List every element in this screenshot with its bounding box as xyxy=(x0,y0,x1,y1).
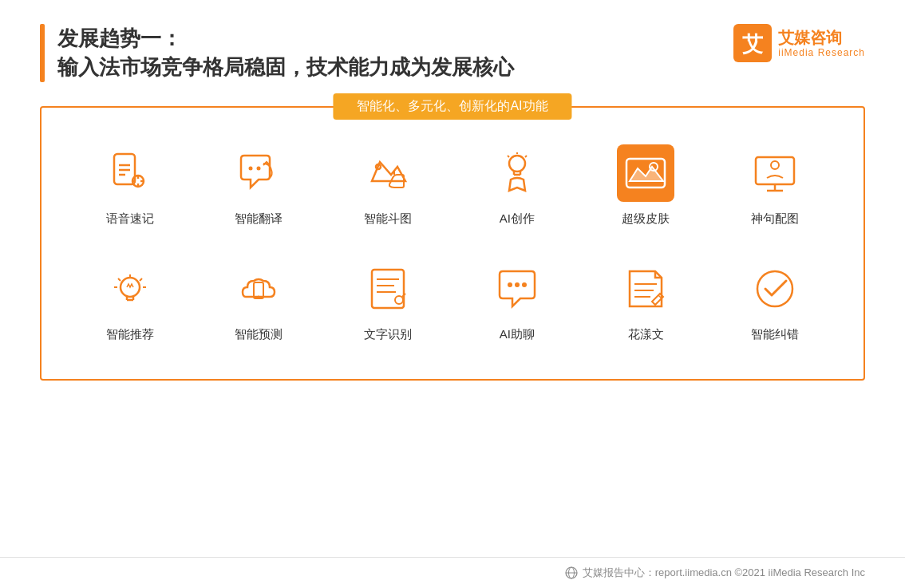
page-title: 发展趋势一： 输入法市场竞争格局稳固，技术能力成为发展核心 xyxy=(57,24,514,82)
svg-line-34 xyxy=(118,278,121,281)
feature-item-aicreate: AI创作 xyxy=(452,132,582,239)
skin-icon xyxy=(617,144,674,202)
svg-point-12 xyxy=(257,166,261,170)
svg-text:艾: 艾 xyxy=(742,33,764,56)
feature-label-tuijian: 智能推荐 xyxy=(106,327,154,342)
feature-label-yuyin: 语音速记 xyxy=(106,211,154,227)
aicreate-icon xyxy=(488,144,546,202)
svg-line-20 xyxy=(525,156,527,157)
feature-item-aichat: AI助聊 xyxy=(452,247,582,355)
svg-line-44 xyxy=(402,294,405,297)
svg-line-33 xyxy=(140,278,142,281)
feature-item-yuce: 智能预测 xyxy=(195,247,324,355)
svg-point-43 xyxy=(395,296,403,304)
svg-point-46 xyxy=(515,282,520,287)
svg-point-11 xyxy=(249,166,253,170)
feature-item-doututu: 智能斗图 xyxy=(323,132,452,239)
title-text: 发展趋势一： 输入法市场竞争格局稳固，技术能力成为发展核心 xyxy=(57,24,514,82)
feature-label-ocr: 文字识别 xyxy=(364,327,412,342)
page-container: 发展趋势一： 输入法市场竞争格局稳固，技术能力成为发展核心 艾 艾媒咨询 iiM… xyxy=(0,0,905,588)
logo-area: 艾 艾媒咨询 iiMedia Research xyxy=(733,24,865,62)
doutu-icon xyxy=(359,144,417,202)
title-accent-bar xyxy=(40,24,45,82)
footer-text: 艾媒报告中心：report.iimedia.cn ©2021 iiMedia R… xyxy=(583,566,865,580)
yuyin-icon xyxy=(101,144,159,202)
logo-text: 艾媒咨询 iiMedia Research xyxy=(778,28,865,58)
svg-point-45 xyxy=(508,282,512,287)
logo-subtitle: iiMedia Research xyxy=(778,47,865,58)
feature-label-skin: 超级皮肤 xyxy=(622,211,670,227)
feature-item-tuijian: 智能推荐 xyxy=(65,247,195,355)
footer-globe-icon xyxy=(565,566,578,579)
feature-item-fanyi: 智能翻译 xyxy=(195,132,324,239)
svg-point-52 xyxy=(757,271,792,306)
feature-label-huayang: 花漾文 xyxy=(628,327,664,342)
feature-label-aichat: AI助聊 xyxy=(500,327,535,342)
svg-rect-22 xyxy=(626,159,665,187)
svg-rect-39 xyxy=(372,270,404,308)
feature-item-ocr: 文字识别 xyxy=(323,247,452,355)
yuce-icon xyxy=(230,260,287,318)
features-grid: 语音速记 智能翻译 xyxy=(65,132,840,355)
svg-point-38 xyxy=(258,295,260,298)
tuijian-icon xyxy=(101,260,159,318)
feature-item-jiucuo: 智能纠错 xyxy=(710,247,840,355)
svg-point-15 xyxy=(509,156,525,172)
feature-item-yuyin: 语音速记 xyxy=(65,132,195,239)
title-area: 发展趋势一： 输入法市场竞争格局稳固，技术能力成为发展核心 xyxy=(40,24,514,82)
ocr-icon xyxy=(359,260,417,318)
logo-name: 艾媒咨询 xyxy=(778,28,865,47)
huayang-icon xyxy=(617,260,674,318)
feature-label-jiucuo: 智能纠错 xyxy=(751,327,799,342)
feature-item-peiut: 神句配图 xyxy=(710,132,840,239)
jiucuo-icon xyxy=(746,260,804,318)
svg-line-21 xyxy=(508,156,509,157)
feature-item-huayang: 花漾文 xyxy=(582,247,711,355)
feature-label-doutu: 智能斗图 xyxy=(364,211,412,227)
feature-item-skin: 超级皮肤 xyxy=(582,132,711,239)
aichat-icon xyxy=(488,260,546,318)
logo-icon: 艾 xyxy=(733,24,772,62)
feature-label-aicreate: AI创作 xyxy=(500,211,535,227)
content-box: 智能化、多元化、创新化的AI功能 xyxy=(40,106,865,381)
feature-label-yuce: 智能预测 xyxy=(235,327,283,342)
feature-label-peitu: 神句配图 xyxy=(751,211,799,227)
fanyi-icon xyxy=(230,144,287,202)
feature-label-fanyi: 智能翻译 xyxy=(235,211,283,227)
svg-point-47 xyxy=(522,282,527,287)
badge-label: 智能化、多元化、创新化的AI功能 xyxy=(333,93,571,120)
svg-point-27 xyxy=(771,161,779,169)
header: 发展趋势一： 输入法市场竞争格局稳固，技术能力成为发展核心 艾 艾媒咨询 iiM… xyxy=(40,24,865,82)
footer: 艾媒报告中心：report.iimedia.cn ©2021 iiMedia R… xyxy=(0,557,905,588)
peitu-icon xyxy=(746,144,804,202)
